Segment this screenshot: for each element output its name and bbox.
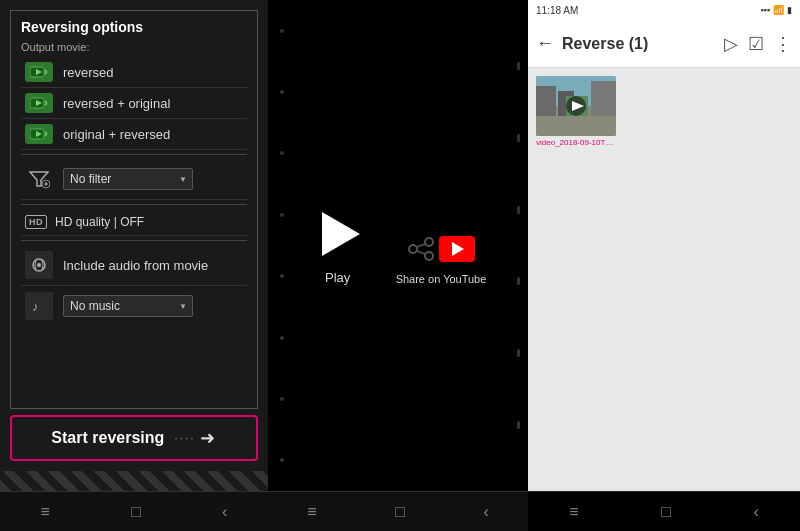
filter-icon: [25, 165, 53, 193]
share-icon: [407, 235, 435, 263]
hd-badge: HD: [25, 215, 47, 229]
music-select-wrapper[interactable]: No music: [63, 295, 193, 317]
options-box: Reversing options Output movie: reversed: [10, 10, 258, 409]
divider3: [21, 240, 247, 241]
dot5: [280, 274, 284, 278]
divider2: [21, 204, 247, 205]
option-original-reversed[interactable]: original + reversed: [21, 119, 247, 150]
dot8: [280, 458, 284, 462]
svg-point-17: [425, 252, 433, 260]
hd-text: HD quality | OFF: [55, 215, 144, 229]
status-icons: ▪▪▪ 📶 ▮: [760, 5, 792, 15]
divider1: [21, 154, 247, 155]
option-reversed[interactable]: reversed: [21, 57, 247, 88]
play-label: Play: [325, 270, 350, 285]
left-bottom-nav: ≡ □ ‹: [0, 491, 268, 531]
select-header-icon[interactable]: ☑: [748, 33, 764, 55]
dot4: [280, 213, 284, 217]
option-reversed-original[interactable]: reversed + original: [21, 88, 247, 119]
dot6: [280, 336, 284, 340]
audio-icon: [25, 251, 53, 279]
right-content: video_2018-09-10T11...: [528, 68, 800, 491]
reversed-original-icon: [25, 93, 53, 113]
svg-line-18: [417, 244, 425, 247]
wifi-icon: 📶: [773, 5, 784, 15]
dot3: [280, 151, 284, 155]
original-reversed-icon: [25, 124, 53, 144]
thumbnail-svg: [536, 76, 616, 136]
audio-row[interactable]: Include audio from movie: [21, 245, 247, 286]
dot2: [280, 90, 284, 94]
middle-content: Play Share on YouTube: [268, 0, 528, 491]
play-area: Play: [310, 206, 366, 285]
hd-quality-row[interactable]: HD HD quality | OFF: [21, 209, 247, 236]
right-bottom-nav: ≡ □ ‹: [528, 491, 800, 531]
right-header: ← Reverse (1) ▷ ☑ ⋮: [528, 20, 800, 68]
filter-select[interactable]: No filter: [63, 168, 193, 190]
start-btn-label: Start reversing: [51, 429, 164, 447]
filter-select-wrapper[interactable]: No filter: [63, 168, 193, 190]
youtube-play-icon: [452, 242, 464, 256]
header-icons: ▷ ☑ ⋮: [724, 33, 792, 55]
status-time: 11:18 AM: [536, 5, 578, 16]
youtube-icon: [439, 236, 475, 262]
share-youtube-button[interactable]: [406, 229, 476, 269]
share-area: Share on YouTube: [396, 229, 487, 285]
svg-point-16: [409, 245, 417, 253]
left-nav-menu-icon[interactable]: ≡: [41, 503, 50, 521]
left-panel: Reversing options Output movie: reversed: [0, 0, 268, 531]
music-row: ♪ No music: [21, 286, 247, 326]
thumbnail-label: video_2018-09-10T11...: [536, 138, 616, 147]
scroll-dot3: [517, 206, 520, 214]
left-nav-back-icon[interactable]: ‹: [222, 503, 227, 521]
mid-nav-back-icon[interactable]: ‹: [483, 503, 488, 521]
status-bar: 11:18 AM ▪▪▪ 📶 ▮: [528, 0, 800, 20]
back-button[interactable]: ←: [536, 33, 554, 54]
share-label: Share on YouTube: [396, 273, 487, 285]
mid-nav-home-icon[interactable]: □: [395, 503, 405, 521]
output-label: Output movie:: [21, 41, 247, 53]
right-title: Reverse (1): [562, 35, 724, 53]
play-header-icon[interactable]: ▷: [724, 33, 738, 55]
filter-row: No filter: [21, 159, 247, 200]
reversed-icon: [25, 62, 53, 82]
left-nav-home-icon[interactable]: □: [131, 503, 141, 521]
svg-point-15: [425, 238, 433, 246]
play-button[interactable]: [310, 206, 366, 262]
video-thumbnail[interactable]: video_2018-09-10T11...: [536, 76, 616, 136]
dot1: [280, 29, 284, 33]
arrow-dots: ····➜: [174, 427, 216, 449]
option-original-reversed-label: original + reversed: [63, 127, 170, 142]
start-reversing-button[interactable]: Start reversing ····➜: [10, 415, 258, 461]
dot7: [280, 397, 284, 401]
scroll-dot6: [517, 421, 520, 429]
more-options-icon[interactable]: ⋮: [774, 33, 792, 55]
audio-label: Include audio from movie: [63, 258, 208, 273]
middle-panel: Play Share on YouTube: [268, 0, 528, 531]
svg-point-12: [37, 263, 41, 267]
battery-icon: ▮: [787, 5, 792, 15]
middle-bottom-nav: ≡ □ ‹: [268, 491, 528, 531]
mid-nav-menu-icon[interactable]: ≡: [307, 503, 316, 521]
right-nav-menu-icon[interactable]: ≡: [569, 503, 578, 521]
signal-icon: ▪▪▪: [760, 5, 770, 15]
right-side-decoration: [517, 30, 520, 461]
right-panel: 11:18 AM ▪▪▪ 📶 ▮ ← Reverse (1) ▷ ☑ ⋮: [528, 0, 800, 531]
left-side-decoration: [280, 0, 284, 491]
scroll-dot1: [517, 62, 520, 70]
svg-line-19: [417, 251, 425, 254]
option-reversed-original-label: reversed + original: [63, 96, 170, 111]
play-triangle-icon: [322, 212, 360, 256]
scroll-dot2: [517, 134, 520, 142]
right-nav-home-icon[interactable]: □: [661, 503, 671, 521]
scroll-dot5: [517, 349, 520, 357]
right-nav-back-icon[interactable]: ‹: [753, 503, 758, 521]
svg-rect-24: [591, 81, 616, 116]
scroll-dot4: [517, 277, 520, 285]
music-select[interactable]: No music: [63, 295, 193, 317]
arrow-right-icon: ➜: [200, 427, 217, 449]
svg-text:♪: ♪: [32, 299, 39, 314]
options-title: Reversing options: [21, 19, 247, 35]
action-row: Play Share on YouTube: [310, 206, 487, 285]
option-reversed-label: reversed: [63, 65, 114, 80]
